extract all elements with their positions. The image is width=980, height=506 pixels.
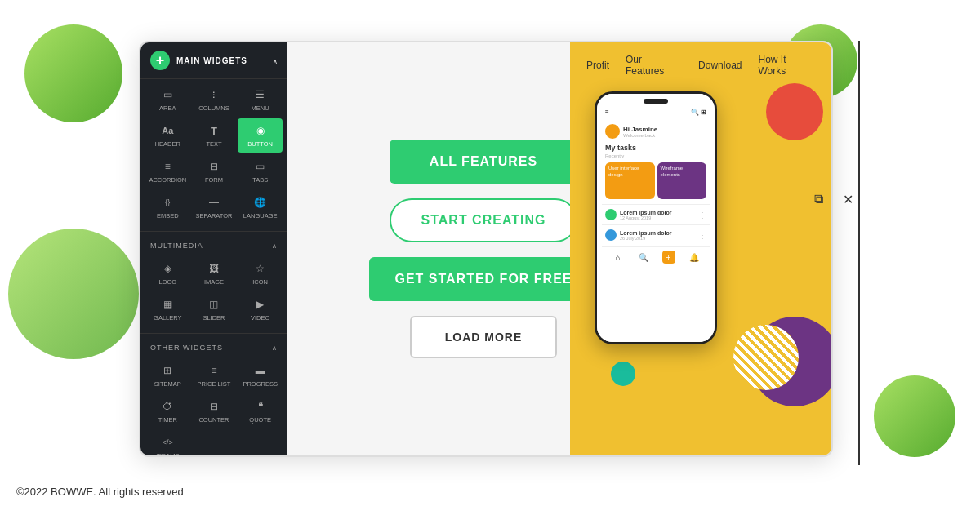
list-dot-2 [605,229,617,241]
widget-language[interactable]: 🌐 LANGUAGE [238,190,283,224]
widget-tabs[interactable]: ▭ TABS [238,154,283,189]
multimedia-title-text: MULTIMEDIA [150,242,203,250]
widget-sitemap[interactable]: ⊞ SITEMAP [145,358,190,393]
card2-title: Wireframe elements [661,166,704,179]
get-started-button[interactable]: GET STARTED FOR FREE [369,257,598,301]
gallery-label: GALLERY [154,314,181,322]
widget-embed[interactable]: {} EMBED [145,190,190,224]
list-date-1: 12 August 2019 [620,215,695,220]
close-icon[interactable]: ✕ [836,188,859,211]
other-widgets-chevron [272,344,278,352]
nav-download[interactable]: Download [698,60,742,71]
add-widget-button[interactable]: + [150,51,170,70]
phone-recently: Recently [602,153,710,161]
list-menu-1: ⋮ [698,211,706,220]
list-menu-2: ⋮ [698,231,706,240]
bottom-bell: 🔔 [688,251,701,264]
list-text-2: Lorem ipsum dolor 26 July 2019 [620,230,695,241]
bottom-add: + [662,251,675,264]
columns-label: COLUMNS [198,104,229,112]
phone-bottom-bar: ⌂ 🔍 + 🔔 [602,246,710,267]
widget-form[interactable]: ⊟ FORM [192,154,237,189]
form-label: FORM [205,176,223,184]
embed-label: EMBED [157,212,179,220]
other-widgets-grid: ⊞ SITEMAP ≡ PRICE LIST ▬ PROGRESS ⏱ TIME… [140,355,287,455]
pricelist-label: PRICE LIST [198,380,231,388]
widget-accordion[interactable]: ≡ ACCORDION [145,154,190,189]
icon-icon: ☆ [252,261,270,276]
footer: ©2022 BOWWE. All rights reserved [16,486,184,498]
language-label: LANGUAGE [243,212,278,220]
start-creating-button[interactable]: START CREATING [390,198,577,242]
widget-iframe[interactable]: </> IFRAME [145,430,190,455]
button-icon: ◉ [252,123,270,138]
browser-window: + MAIN WIDGETS ▭ AREA ⫶ COLUMNS ☰ MENU A… [139,41,833,457]
menu-label: MENU [252,104,270,112]
embed-icon: {} [158,195,176,210]
phone-notch [644,99,668,104]
list-date-2: 26 July 2019 [620,236,695,241]
widget-area[interactable]: ▭ AREA [145,82,190,117]
multimedia-section-title: MULTIMEDIA [140,235,287,253]
list-title-2: Lorem ipsum dolor [620,230,695,236]
image-icon: 🖼 [205,261,223,276]
tabs-label: TABS [252,176,268,184]
widget-progress[interactable]: ▬ PROGRESS [238,358,283,393]
button-label: BUTTON [247,140,273,148]
bg-circle-top-left [24,24,122,122]
bottom-home: ⌂ [612,251,625,264]
main-widgets-title: MAIN WIDGETS [176,56,247,65]
phone-greeting: Hi Jasmine [623,126,657,133]
widget-header[interactable]: Aa HEADER [145,118,190,153]
phone-cards-row: User interface design Wireframe elements [602,161,710,201]
widget-timer[interactable]: ⏱ TIMER [145,394,190,428]
widget-separator[interactable]: — SEPARATOR [192,190,237,224]
preview-area: Profit Our Features Download How It Work… [570,42,831,455]
accordion-icon: ≡ [158,159,176,174]
nav-profit[interactable]: Profit [586,60,609,71]
widget-logo[interactable]: ◈ LOGO [145,256,190,291]
nav-features[interactable]: Our Features [626,54,682,77]
widget-icon-item[interactable]: ☆ ICON [238,256,283,291]
pricelist-icon: ≡ [205,363,223,378]
all-features-button[interactable]: ALL FEATURES [390,140,577,184]
widget-counter[interactable]: ⊟ COUNTER [192,394,237,428]
phone-subtitle: Welcome back [623,133,657,138]
card1-title: User interface design [608,166,652,179]
phone-screen: ≡ 🔍 ⊞ Hi Jasmine Welcome back My tasks R… [597,94,715,342]
phone-mockup: ≡ 🔍 ⊞ Hi Jasmine Welcome back My tasks R… [595,91,717,344]
phone-card-1: User interface design [605,162,655,199]
widget-columns[interactable]: ⫶ COLUMNS [192,82,237,117]
counter-icon: ⊟ [205,399,223,414]
quote-icon: ❝ [252,399,270,414]
header-label: HEADER [155,140,180,148]
area-icon: ▭ [158,87,176,102]
load-more-button[interactable]: LOAD MORE [410,316,557,358]
main-widgets-grid: ▭ AREA ⫶ COLUMNS ☰ MENU Aa HEADER T TEXT… [140,79,287,228]
widget-button[interactable]: ◉ BUTTON [238,118,283,153]
nav-how-it-works[interactable]: How It Works [758,54,815,77]
language-icon: 🌐 [252,195,270,210]
widget-menu[interactable]: ☰ MENU [238,82,283,117]
widget-slider[interactable]: ◫ SLIDER [192,292,237,326]
separator-label: SEPARATOR [195,212,232,220]
other-widgets-title-text: OTHER WIDGETS [150,344,223,352]
list-title-1: Lorem ipsum dolor [620,210,695,215]
iframe-icon: </> [158,435,176,450]
phone-top-bar: ≡ 🔍 ⊞ [602,107,710,118]
other-widgets-section-title: OTHER WIDGETS [140,337,287,355]
video-icon: ▶ [252,297,270,312]
widget-gallery[interactable]: ▦ GALLERY [145,292,190,326]
widget-image[interactable]: 🖼 IMAGE [192,256,237,291]
logo-label: LOGO [158,278,176,286]
accordion-label: ACCORDION [149,176,186,184]
widget-pricelist[interactable]: ≡ PRICE LIST [192,358,237,393]
widget-quote[interactable]: ❝ QUOTE [238,394,283,428]
separator-icon: — [205,195,223,210]
phone-list-item-1: Lorem ipsum dolor 12 August 2019 ⋮ [602,204,710,224]
preview-nav: Profit Our Features Download How It Work… [570,42,831,88]
copy-icon[interactable]: ⧉ [807,188,830,211]
widget-text[interactable]: T TEXT [192,118,237,153]
sidebar-header: + MAIN WIDGETS [140,42,287,79]
widget-video[interactable]: ▶ VIDEO [238,292,283,326]
